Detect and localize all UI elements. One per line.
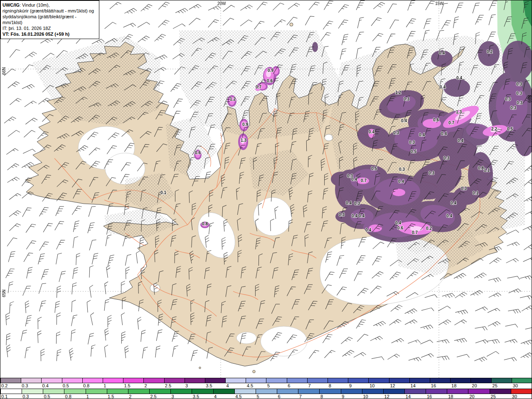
precip-value: 0.6: [195, 150, 201, 155]
scale-tick-label: 2: [128, 394, 131, 399]
scale-color-cell: [511, 389, 532, 394]
precip-value: 0.4: [456, 76, 462, 80]
scale-tick-label: 5: [266, 383, 270, 389]
legend-line-1: UWC/IG: Vindur (10m),: [2, 2, 96, 8]
precip-value: 0.9: [268, 68, 273, 73]
scale-tick-label: 16: [430, 383, 436, 389]
scale-color-cell: [384, 389, 405, 394]
scale-tick-label: 14: [410, 383, 416, 389]
graticule-label-longitude: 20W: [217, 1, 226, 6]
legend-title-box: UWC/IG: Vindur (10m), rigning/skúrir (gr…: [0, 0, 99, 39]
precip-value: 0.3: [510, 106, 516, 110]
precip-value: 0.4: [446, 214, 452, 218]
scale-tick-label: 6: [277, 394, 281, 399]
scale-tick-label: 2.5: [149, 394, 156, 399]
scale-color-cell: [362, 389, 384, 394]
scale-color-cell: [103, 378, 123, 383]
scale-tick-label: 3: [171, 394, 174, 399]
scale-color-cell: [512, 378, 532, 383]
precip-value: 0.4: [359, 214, 365, 218]
scale-color-cell: [226, 378, 246, 383]
scale-color-cell: [277, 389, 298, 394]
scale-tick-label: 0.2: [0, 383, 7, 389]
precip-value: 0.6: [433, 118, 439, 122]
scale-color-cell: [348, 378, 369, 383]
precip-value: 0.8: [478, 166, 484, 170]
sleet-snow-scale-bar: [0, 378, 532, 383]
graticule-label-longitude: 15W: [435, 1, 444, 6]
precip-value: 0.2: [487, 49, 493, 54]
scale-tick-label: 1: [86, 394, 89, 399]
scale-color-cell: [341, 389, 362, 394]
precip-value: 0.5: [507, 127, 513, 131]
graticule-label-latitude: 66N: [527, 95, 532, 103]
precip-value: 0.7: [256, 85, 261, 89]
scale-color-cell: [107, 389, 128, 394]
scale-color-cell: [256, 389, 277, 394]
precip-value: 0.4: [346, 201, 352, 205]
scale-tick-label: 30: [512, 383, 518, 389]
valid-time: VT: Fös. 16.01.2026 05Z (+59 h): [2, 31, 96, 37]
precip-value: 0.6: [267, 79, 273, 83]
precip-value: 0.4: [365, 228, 371, 232]
scale-color-cell: [144, 378, 164, 383]
scale-tick-label: 0.4: [41, 383, 48, 389]
precip-value: 0.3: [516, 91, 522, 96]
scale-color-cell: [214, 389, 235, 394]
precip-value: 0.3: [516, 82, 522, 86]
scale-color-cell: [150, 389, 171, 394]
precip-value: 0.7: [448, 121, 454, 125]
precip-value: 0.7: [361, 178, 367, 183]
precip-value: 0.3: [354, 201, 360, 206]
precip-value: 0.3: [399, 167, 405, 172]
scale-tick-label: 0.5: [43, 394, 50, 399]
scale-tick-label: 0.3: [22, 394, 29, 399]
scale-color-cell: [246, 378, 266, 383]
precip-value: 0.4: [441, 131, 447, 136]
color-scales: 0.20.30.40.50.811.522.533.544.5567891012…: [0, 378, 532, 399]
precip-value: 1.2: [395, 90, 401, 95]
graticule-label-latitude: 66N: [2, 67, 6, 75]
precip-value: 0.8: [202, 222, 208, 226]
scale-tick-label: 3: [185, 383, 188, 389]
scale-tick-label: 4.5: [246, 383, 253, 389]
scale-tick-label: 16: [426, 394, 432, 399]
scale-tick-label: 14: [405, 394, 411, 399]
scale-color-cell: [22, 389, 43, 394]
scale-color-cell: [266, 378, 287, 383]
precip-value: 1.1: [484, 168, 490, 172]
precip-value: 0.4: [395, 221, 401, 225]
precip-value: 0.2: [426, 226, 432, 231]
scale-tick-label: 0.8: [64, 394, 71, 399]
scale-tick-label: 9: [341, 394, 344, 399]
precip-value: 0.3: [393, 131, 399, 135]
scale-color-cell: [43, 389, 64, 394]
scale-tick-label: 0.8: [82, 383, 89, 389]
precip-value: 0.4: [458, 138, 463, 143]
scale-color-cell: [185, 378, 205, 383]
weather-map-page: 0.40.20.40.41.20.30.30.30.30.30.30.40.60…: [0, 0, 532, 399]
scale-color-cell: [328, 378, 348, 383]
scale-color-cell: [205, 378, 226, 383]
scale-tick-label: 25: [492, 383, 498, 389]
precip-value: 1.3: [456, 110, 462, 114]
precip-value: 0.5: [411, 149, 416, 154]
scale-tick-label: 7: [298, 394, 302, 399]
legend-line-2: rigning/skúrir (grænt/blátt/rautt - mm/1…: [2, 8, 96, 14]
scale-tick-label: 2.5: [164, 383, 171, 389]
scale-color-cell: [430, 378, 451, 383]
scale-tick-label: 4.5: [234, 394, 241, 399]
scale-tick-label: 8: [320, 394, 323, 399]
scale-tick-label: 6: [287, 383, 290, 389]
scale-tick-label: 10: [362, 394, 368, 399]
scale-tick-label: 1.5: [107, 394, 114, 399]
init-time: IT: þri. 13. 01. 2026 18Z: [2, 25, 96, 31]
scale-tick-label: 4: [213, 394, 217, 399]
scale-tick-label: 9: [348, 383, 352, 389]
precip-value: 0.3: [404, 97, 409, 101]
scale-tick-label: 12: [384, 394, 389, 399]
precip-value: 1.2: [230, 97, 236, 101]
scale-color-cell: [86, 389, 107, 394]
scale-color-cell: [468, 389, 490, 394]
map-area: 0.40.20.40.41.20.30.30.30.30.30.30.40.60…: [0, 0, 532, 378]
